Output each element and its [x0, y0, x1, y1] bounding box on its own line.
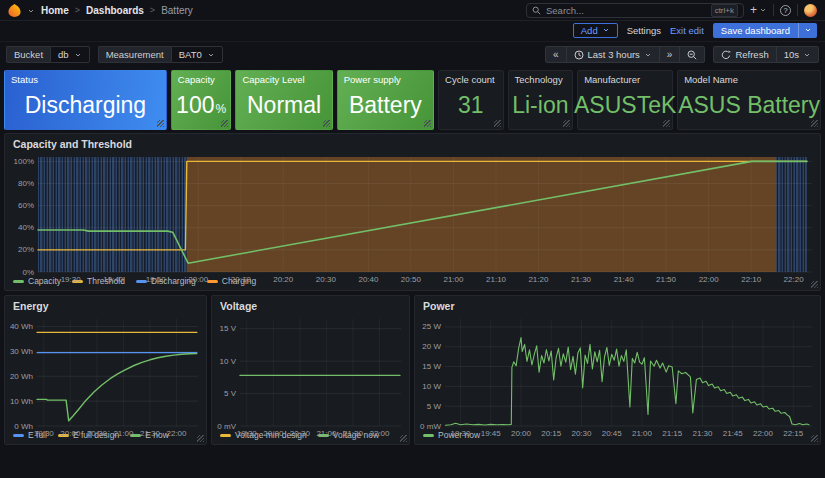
search-input[interactable] — [546, 5, 706, 16]
power-chart[interactable]: 0 mW5 W10 W15 W20 W25 W19:3019:4520:0020… — [415, 314, 820, 429]
refresh-group: Refresh 10s — [713, 46, 819, 63]
exit-edit-button[interactable]: Exit edit — [670, 25, 704, 36]
panel-resize-handle[interactable] — [157, 120, 164, 127]
svg-text:22:00: 22:00 — [369, 429, 390, 438]
capacity-threshold-chart[interactable]: 0%20%40%60%80%100%19:3019:4019:5020:0020… — [5, 152, 820, 275]
svg-text:20:20: 20:20 — [273, 275, 294, 284]
stat-panel-cycle-count[interactable]: Cycle count31 — [438, 70, 504, 130]
series-e-now — [37, 354, 197, 421]
panel-title[interactable]: Power — [415, 296, 820, 314]
panel-resize-handle[interactable] — [424, 120, 431, 127]
stat-title: Model Name — [678, 71, 820, 85]
stat-panel-status[interactable]: StatusDischarging — [4, 70, 167, 130]
save-options-button[interactable] — [798, 23, 817, 38]
breadcrumb-dashboards[interactable]: Dashboards — [86, 5, 144, 16]
energy-chart[interactable]: 0 Wh10 Wh20 Wh30 Wh40 Wh19:3020:0020:302… — [5, 314, 206, 429]
stats-row: StatusDischargingCapacity100%Capacity Le… — [0, 68, 825, 130]
search-box[interactable]: ctrl+k — [526, 3, 744, 18]
svg-text:15 W: 15 W — [422, 362, 441, 371]
save-dashboard-button[interactable]: Save dashboard — [713, 23, 817, 38]
refresh-button[interactable]: Refresh — [714, 47, 776, 62]
refresh-interval-select[interactable]: 10s — [777, 47, 818, 62]
stat-panel-capacity[interactable]: Capacity100% — [171, 70, 232, 130]
svg-text:21:15: 21:15 — [662, 429, 683, 438]
svg-text:22:00: 22:00 — [699, 275, 720, 284]
panel-title[interactable]: Energy — [5, 296, 206, 314]
dashboard-controls: Bucket db Measurement BAT0 « Last 3 hour… — [0, 42, 825, 68]
help-icon[interactable]: ? — [780, 5, 791, 16]
bucket-label: Bucket — [6, 46, 50, 63]
chevron-down-icon — [602, 26, 610, 34]
nav-divider — [773, 4, 774, 16]
svg-text:20:40: 20:40 — [358, 275, 379, 284]
panel-resize-handle[interactable] — [323, 120, 330, 127]
stat-title: Technology — [509, 71, 573, 85]
chevron-down-icon — [759, 6, 767, 14]
panel-resize-handle[interactable] — [563, 120, 570, 127]
measurement-value: BAT0 — [179, 49, 202, 60]
stat-panel-capacity-level[interactable]: Capacity LevelNormal — [235, 70, 332, 130]
time-range-picker[interactable]: Last 3 hours — [567, 47, 660, 62]
svg-text:20 Wh: 20 Wh — [10, 372, 33, 381]
stat-value: ASUSTeK — [578, 85, 672, 129]
measurement-select[interactable]: BAT0 — [171, 46, 223, 63]
panel-resize-handle[interactable] — [494, 120, 501, 127]
avatar[interactable] — [804, 4, 817, 17]
panel-resize-handle[interactable] — [221, 120, 228, 127]
svg-text:20:15: 20:15 — [541, 429, 562, 438]
refresh-interval-value: 10s — [784, 49, 799, 60]
settings-button[interactable]: Settings — [627, 25, 661, 36]
breadcrumb-home[interactable]: Home — [41, 5, 69, 16]
panel-title[interactable]: Capacity and Threshold — [5, 134, 820, 152]
new-button[interactable]: + — [750, 5, 767, 15]
panel-resize-handle[interactable] — [197, 435, 204, 442]
breadcrumb-separator: > — [75, 5, 80, 15]
svg-text:20%: 20% — [18, 245, 34, 254]
series-power-now — [445, 338, 809, 426]
stat-value: Normal — [236, 85, 331, 129]
time-shift-forward-button[interactable]: » — [660, 47, 681, 62]
svg-text:5 W: 5 W — [427, 402, 442, 411]
time-shift-back-button[interactable]: « — [546, 47, 567, 62]
svg-text:21:45: 21:45 — [723, 429, 744, 438]
chart-canvas[interactable]: 0%20%40%60%80%100%19:3019:4019:5020:0020… — [5, 152, 820, 285]
panel-resize-handle[interactable] — [811, 435, 818, 442]
chart-canvas[interactable]: 0 mW5 W10 W15 W20 W25 W19:3019:4520:0020… — [415, 314, 820, 439]
panel-resize-handle[interactable] — [811, 120, 818, 127]
panel-title[interactable]: Voltage — [212, 296, 409, 314]
grafana-logo-icon[interactable] — [8, 4, 21, 17]
stat-title: Cycle count — [439, 71, 503, 85]
svg-text:22:20: 22:20 — [784, 275, 805, 284]
bucket-select[interactable]: db — [50, 46, 90, 63]
svg-text:21:10: 21:10 — [486, 275, 507, 284]
bucket-variable[interactable]: Bucket db — [6, 46, 90, 63]
stat-title: Power supply — [338, 71, 433, 85]
refresh-icon — [721, 50, 731, 60]
panel-resize-handle[interactable] — [400, 435, 407, 442]
bucket-value: db — [58, 49, 69, 60]
region-charging — [187, 157, 776, 272]
svg-text:30 Wh: 30 Wh — [10, 347, 33, 356]
zoom-out-icon — [687, 50, 697, 60]
svg-text:20 W: 20 W — [422, 342, 441, 351]
region-discharging-2 — [776, 157, 807, 272]
zoom-out-button[interactable] — [680, 47, 704, 62]
svg-text:20:30: 20:30 — [316, 275, 337, 284]
plus-icon: + — [750, 5, 757, 15]
panel-resize-handle[interactable] — [663, 120, 670, 127]
measurement-label: Measurement — [98, 46, 171, 63]
add-button[interactable]: Add — [573, 23, 618, 38]
panel-capacity-threshold: Capacity and Threshold 0%20%40%60%80%100… — [4, 133, 821, 291]
stat-panel-technology[interactable]: TechnologyLi-ion — [508, 70, 574, 130]
panel-resize-handle[interactable] — [811, 281, 818, 288]
stat-panel-power-supply[interactable]: Power supplyBattery — [337, 70, 434, 130]
search-shortcut: ctrl+k — [711, 4, 738, 17]
chart-canvas[interactable]: 0 Wh10 Wh20 Wh30 Wh40 Wh19:3020:0020:302… — [5, 314, 206, 439]
stat-panel-manufacturer[interactable]: ManufacturerASUSTeK — [577, 70, 673, 130]
svg-text:0 mW: 0 mW — [420, 422, 441, 431]
stat-panel-model-name[interactable]: Model NameASUS Battery — [677, 70, 821, 130]
org-chevron-icon[interactable] — [27, 1, 35, 19]
chart-canvas[interactable]: 0 mV5 V10 V15 V19:3020:0020:3021:0021:30… — [212, 314, 409, 439]
measurement-variable[interactable]: Measurement BAT0 — [98, 46, 223, 63]
voltage-chart[interactable]: 0 mV5 V10 V15 V19:3020:0020:3021:0021:30… — [212, 314, 409, 429]
